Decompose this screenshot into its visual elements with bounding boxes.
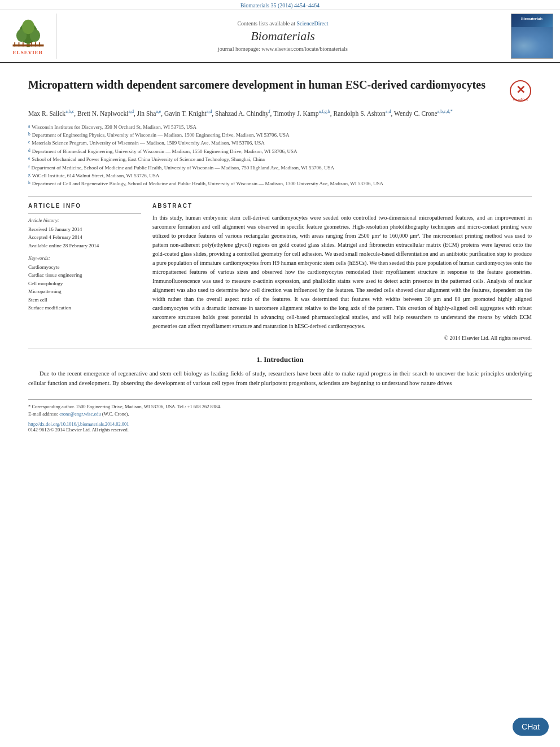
author-1: Max R. Salicka,b,c, xyxy=(28,110,77,117)
author-5: Shahzad A. Chindhyf, xyxy=(215,110,273,117)
available-date: Available online 28 February 2014 xyxy=(28,242,141,250)
article-body: ARTICLE INFO Article history: Received 1… xyxy=(28,196,532,341)
affil-c: c Materials Science Program, University … xyxy=(28,139,532,147)
affil-a: a Wisconsin Institutes for Discovery, 33… xyxy=(28,123,532,131)
journal-cover: Biomaterials xyxy=(509,14,554,59)
introduction-text: Due to the recent emergence of regenerat… xyxy=(28,369,532,388)
keyword-2: Cardiac tissue engineering xyxy=(28,271,141,279)
accepted-date: Accepted 4 February 2014 xyxy=(28,233,141,241)
svg-text:✕: ✕ xyxy=(516,84,526,96)
keyword-6: Surface modification xyxy=(28,304,141,312)
elsevier-wordmark: ELSEVIER xyxy=(13,50,43,55)
journal-reference: Biomaterials 35 (2014) 4454–4464 xyxy=(0,0,560,10)
crossmark-icon[interactable]: ✕ CrossMark xyxy=(509,80,532,102)
affil-b: b Department of Engineering Physics, Uni… xyxy=(28,131,532,139)
affil-h: h Department of Cell and Regenerative Bi… xyxy=(28,180,532,187)
email-line: E-mail address: crone@engr.wisc.edu (W.C… xyxy=(28,410,532,418)
svg-rect-11 xyxy=(39,42,40,46)
svg-rect-6 xyxy=(14,42,15,46)
article-title-section: Micropattern width dependent sarcomere d… xyxy=(28,77,532,102)
received-date: Received 16 January 2014 xyxy=(28,225,141,233)
keyword-1: Cardiomyocyte xyxy=(28,263,141,271)
footnotes: * Corresponding author. 1500 Engineering… xyxy=(28,403,532,433)
authors-line: Max R. Salicka,b,c, Brett N. Napiwockia,… xyxy=(28,108,532,120)
elsevier-logo: ELSEVIER xyxy=(6,14,56,59)
history-label: Article history: xyxy=(28,217,141,223)
svg-rect-9 xyxy=(30,42,32,46)
main-content: Micropattern width dependent sarcomere d… xyxy=(0,63,560,438)
author-3: Jin Shaa,e, xyxy=(137,110,164,117)
author-8: Wendy C. Cronea,b,c,d,* xyxy=(394,110,453,117)
author-2: Brett N. Napiwockia,d, xyxy=(77,110,137,117)
author-email[interactable]: crone@engr.wisc.edu xyxy=(59,411,100,417)
elsevier-tree-icon xyxy=(8,18,48,49)
svg-text:CrossMark: CrossMark xyxy=(513,98,528,101)
affiliations: a Wisconsin Institutes for Discovery, 33… xyxy=(28,123,532,188)
corresponding-author: * Corresponding author. 1500 Engineering… xyxy=(28,403,532,410)
keywords-label: Keywords: xyxy=(28,255,141,261)
keyword-3: Cell morphology xyxy=(28,279,141,287)
affil-d: d Department of Biomedical Engineering, … xyxy=(28,147,532,155)
article-info: ARTICLE INFO Article history: Received 1… xyxy=(28,203,141,341)
chat-button[interactable]: CHat xyxy=(513,718,549,736)
svg-rect-7 xyxy=(18,42,19,46)
doi-link[interactable]: http://dx.doi.org/10.1016/j.biomaterials… xyxy=(28,421,532,427)
author-7: Randolph S. Ashtona,d, xyxy=(334,110,394,117)
affil-g: g WiCell Institute, 614 Walnut Street, M… xyxy=(28,172,532,180)
keyword-5: Stem cell xyxy=(28,296,141,304)
article-title: Micropattern width dependent sarcomere d… xyxy=(28,77,504,92)
abstract-title: ABSTRACT xyxy=(152,203,532,209)
svg-point-4 xyxy=(22,19,34,34)
affil-f: f Department of Medicine, School of Medi… xyxy=(28,164,532,172)
journal-title: Biomaterials xyxy=(251,29,315,43)
copyright-line: © 2014 Elsevier Ltd. All rights reserved… xyxy=(152,335,532,341)
keyword-4: Micropatterning xyxy=(28,287,141,295)
abstract-section: ABSTRACT In this study, human embryonic … xyxy=(152,203,532,341)
footer-section: * Corresponding author. 1500 Engineering… xyxy=(28,399,532,433)
sciencedirect-link[interactable]: ScienceDirect xyxy=(296,20,328,27)
issn-line: 0142-9612/© 2014 Elsevier Ltd. All right… xyxy=(28,427,532,433)
journal-info: Contents lists available at ScienceDirec… xyxy=(62,14,504,59)
abstract-text: In this study, human embryonic stem cell… xyxy=(152,213,532,331)
journal-header: ELSEVIER Contents lists available at Sci… xyxy=(0,10,560,63)
journal-homepage: journal homepage: www.elsevier.com/locat… xyxy=(218,46,348,52)
sciencedirect-line: Contents lists available at ScienceDirec… xyxy=(237,20,328,27)
affil-e: e School of Mechanical and Power Enginee… xyxy=(28,155,532,163)
article-info-title: ARTICLE INFO xyxy=(28,203,141,209)
section-divider xyxy=(28,348,532,348)
author-4: Gavin T. Knighta,d, xyxy=(164,110,215,117)
introduction-heading: 1. Introduction xyxy=(28,355,532,364)
svg-rect-10 xyxy=(34,42,36,46)
author-6: Timothy J. Kampa,f,g,h, xyxy=(273,110,333,117)
svg-rect-8 xyxy=(22,42,23,46)
